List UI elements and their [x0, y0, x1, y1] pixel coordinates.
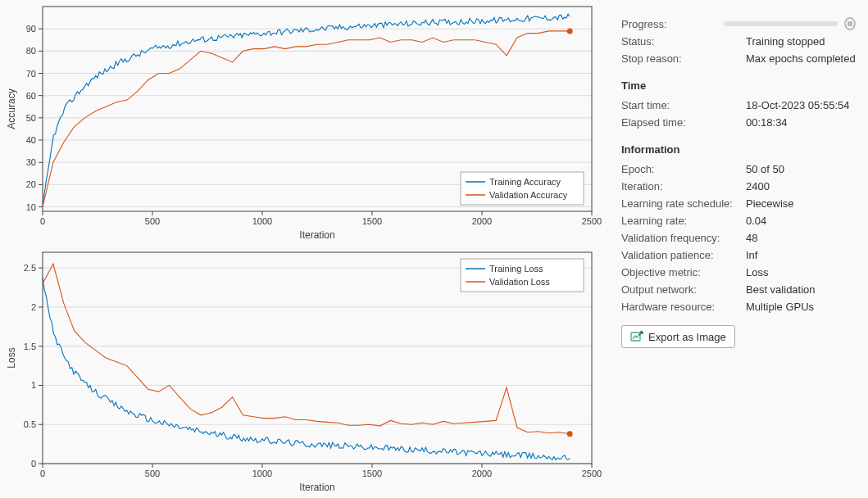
elapsed-time-value: 00:18:34: [746, 116, 788, 129]
svg-text:0: 0: [40, 469, 45, 478]
svg-text:Validation Accuracy: Validation Accuracy: [489, 190, 568, 200]
lr-sched-label: Learning rate schedule:: [621, 197, 746, 210]
svg-text:40: 40: [26, 135, 36, 145]
export-image-icon: [630, 330, 643, 343]
lr-sched-value: Piecewise: [746, 197, 794, 210]
iteration-label: Iteration:: [621, 180, 746, 192]
charts-area: 05001000150020002500102030405060708090It…: [0, 0, 607, 498]
info-panel: Progress: Status: Training stopped Stop …: [607, 0, 868, 498]
svg-text:10: 10: [26, 202, 36, 212]
svg-text:Training Loss: Training Loss: [489, 264, 543, 274]
obj-value: Loss: [746, 266, 768, 278]
svg-text:2500: 2500: [582, 469, 602, 478]
export-button[interactable]: Export as Image: [621, 325, 735, 348]
val-freq-label: Validation frequency:: [621, 232, 746, 244]
svg-text:1000: 1000: [252, 216, 272, 226]
svg-text:Iteration: Iteration: [299, 229, 334, 241]
svg-text:2500: 2500: [582, 216, 602, 226]
info-heading: Information: [621, 141, 856, 158]
svg-text:0: 0: [40, 216, 45, 226]
start-time-label: Start time:: [621, 99, 746, 111]
lr-label: Learning rate:: [621, 215, 746, 227]
elapsed-time-label: Elapsed time:: [621, 116, 746, 129]
svg-text:30: 30: [26, 157, 36, 167]
svg-text:1500: 1500: [362, 469, 382, 478]
stop-button[interactable]: [844, 17, 856, 30]
svg-text:Training Accuracy: Training Accuracy: [489, 177, 561, 187]
svg-point-81: [567, 431, 573, 437]
svg-text:2000: 2000: [472, 216, 492, 226]
svg-text:Accuracy: Accuracy: [6, 88, 17, 129]
svg-text:2: 2: [31, 302, 36, 312]
svg-text:70: 70: [26, 69, 36, 79]
out-net-value: Best validation: [746, 283, 816, 296]
hw-label: Hardware resource:: [621, 301, 746, 313]
progress-label: Progress:: [621, 18, 724, 30]
svg-text:0.5: 0.5: [24, 419, 36, 429]
status-label: Status:: [621, 35, 746, 48]
svg-text:2000: 2000: [472, 469, 492, 478]
val-pat-value: Inf: [746, 249, 757, 261]
progress-bar: [724, 21, 838, 26]
svg-text:60: 60: [26, 91, 36, 101]
val-pat-label: Validation patience:: [621, 249, 746, 261]
svg-text:500: 500: [145, 216, 160, 226]
val-freq-value: 48: [746, 232, 757, 244]
svg-point-42: [567, 28, 573, 34]
svg-text:80: 80: [26, 46, 36, 56]
svg-text:0: 0: [31, 459, 36, 469]
svg-text:90: 90: [26, 24, 36, 34]
svg-text:Iteration: Iteration: [299, 482, 334, 493]
obj-label: Objective metric:: [621, 266, 746, 278]
stop-icon: [848, 21, 852, 26]
status-value: Training stopped: [746, 35, 825, 48]
stop-reason-value: Max epochs completed: [746, 52, 856, 65]
svg-text:1.5: 1.5: [24, 342, 36, 351]
svg-text:50: 50: [26, 113, 36, 123]
svg-text:1000: 1000: [252, 469, 272, 478]
epoch-label: Epoch:: [621, 163, 746, 175]
out-net-label: Output network:: [621, 283, 746, 296]
svg-text:Validation Loss: Validation Loss: [489, 277, 550, 287]
epoch-value: 50 of 50: [746, 163, 784, 175]
iteration-value: 2400: [746, 180, 770, 192]
hw-value: Multiple GPUs: [746, 301, 814, 313]
svg-text:Loss: Loss: [6, 347, 17, 368]
svg-text:500: 500: [145, 469, 160, 478]
svg-text:2.5: 2.5: [24, 263, 36, 273]
stop-reason-label: Stop reason:: [621, 52, 746, 65]
svg-text:1500: 1500: [362, 216, 382, 226]
svg-text:1: 1: [31, 380, 36, 390]
time-heading: Time: [621, 77, 856, 94]
start-time-value: 18-Oct-2023 05:55:54: [746, 99, 849, 111]
lr-value: 0.04: [746, 215, 766, 227]
svg-text:20: 20: [26, 179, 36, 189]
export-button-label: Export as Image: [648, 331, 726, 343]
